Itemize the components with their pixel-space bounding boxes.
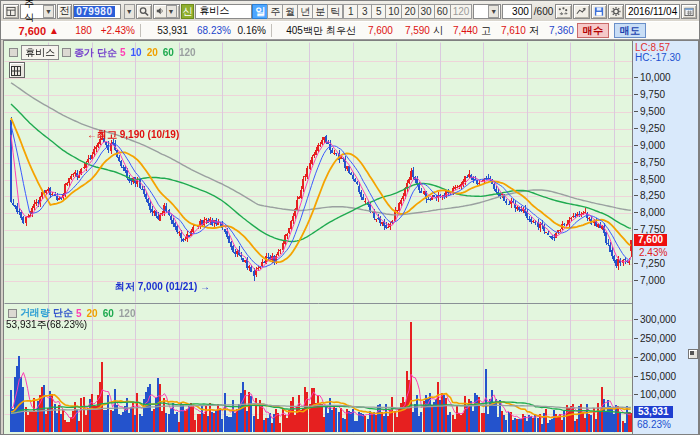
ma-period-60: 60 xyxy=(103,308,114,319)
new-badge: 신 xyxy=(181,4,195,19)
turnover-ratio: 0.16% xyxy=(234,25,266,36)
price-axis[interactable]: LC:8.57 HC:-17.30 7,600 2.43% 53,931 68.… xyxy=(632,41,698,434)
bar-total-label: /600 xyxy=(533,6,554,17)
collapse-box-icon[interactable] xyxy=(62,48,71,57)
volume-axis-button[interactable] xyxy=(688,349,698,359)
search-icon xyxy=(139,6,149,17)
chart-stock-name: 휴비스 xyxy=(21,45,59,60)
price-tick-10000: 10,000 xyxy=(640,72,671,83)
ma-period-20: 20 xyxy=(87,308,98,319)
tab-period-4[interactable]: 분 xyxy=(312,4,328,19)
ma-period-10: 10 xyxy=(131,47,142,58)
high-label: 고 xyxy=(481,24,491,38)
price-volume-canvas[interactable] xyxy=(4,41,632,434)
code-input[interactable]: 079980 xyxy=(73,4,121,19)
ma-period-120: 120 xyxy=(119,308,136,319)
tab-period-3[interactable]: 년 xyxy=(297,4,313,19)
collapse-box-icon[interactable] xyxy=(9,48,18,57)
best-bid: 7,590 xyxy=(396,25,430,36)
toolbar: 주식 ▼ 전 079980 ▼ ▼ 신 휴비스 일주월년분틱 135102030… xyxy=(1,1,699,21)
best-quote-label: 최우선 xyxy=(326,24,356,38)
calendar-button[interactable] xyxy=(681,4,697,19)
collapse-box-icon[interactable] xyxy=(8,309,17,318)
bar-count-input[interactable]: 300 xyxy=(502,4,532,19)
minute-button-20[interactable]: 20 xyxy=(401,4,418,19)
price-tick-9250: 9,250 xyxy=(640,123,665,134)
ma-period-20: 20 xyxy=(147,47,158,58)
grid-tool-icon xyxy=(11,66,21,76)
volume-tick-150000: 150,000 xyxy=(640,371,676,382)
chart-tool-button[interactable] xyxy=(9,62,25,78)
search-button[interactable] xyxy=(136,4,152,19)
volume-tick-300000: 300,000 xyxy=(640,314,676,325)
price-tick-9500: 9,500 xyxy=(640,106,665,117)
price-tick-8000: 8,000 xyxy=(640,207,665,218)
empty-combo[interactable]: ▼ xyxy=(473,4,501,19)
high-price: 7,610 xyxy=(494,25,526,36)
volume-current-readout: 53,931주(68.23%) xyxy=(6,318,87,332)
tab-period-1[interactable]: 주 xyxy=(267,4,283,19)
sound-dropdown-icon[interactable]: ▼ xyxy=(166,5,177,18)
minute-button-3[interactable]: 3 xyxy=(357,4,372,19)
trendline-button[interactable] xyxy=(573,4,590,19)
open-price: 7,440 xyxy=(446,25,478,36)
price-tick-8750: 8,750 xyxy=(640,157,665,168)
info-bar: 7,600 ▲ 180 +2.43% 53,931 68.23% 0.16% 4… xyxy=(1,21,699,40)
bar-spacing-button[interactable] xyxy=(555,4,572,19)
minute-button-10[interactable]: 10 xyxy=(385,4,402,19)
code-value: 079980 xyxy=(74,6,114,17)
price-tick-7750: 7,750 xyxy=(640,224,665,235)
save-button[interactable] xyxy=(591,4,607,19)
minute-button-120[interactable]: 120 xyxy=(450,4,473,19)
minute-button-30[interactable]: 30 xyxy=(418,4,435,19)
amount-value: 405백만 xyxy=(277,24,323,38)
ma-period-list: 5102060120 xyxy=(120,47,201,58)
current-volume-marker: 53,931 xyxy=(634,406,673,418)
stock-name-field[interactable]: 휴비스 xyxy=(195,4,252,19)
settings-button[interactable] xyxy=(608,4,624,19)
current-price-marker: 7,600 xyxy=(634,234,667,246)
sound-button[interactable]: ▼ xyxy=(153,4,180,19)
ma-type-label: 단순 xyxy=(97,46,117,60)
best-ask: 7,600 xyxy=(359,25,393,36)
date-input[interactable]: 2016/11/04 xyxy=(625,4,680,19)
buy-button[interactable]: 매수 xyxy=(577,23,609,38)
volume-tick-200000: 200,000 xyxy=(640,352,676,363)
hc-readout: HC:-17.30 xyxy=(635,52,681,63)
divider xyxy=(271,24,272,37)
volume-ratio: 68.23% xyxy=(191,25,231,36)
price-tick-7250: 7,250 xyxy=(640,258,665,269)
current-price-percent: 2.43% xyxy=(639,247,667,258)
minute-button-60[interactable]: 60 xyxy=(434,4,451,19)
chevron-down-icon[interactable]: ▼ xyxy=(43,5,54,18)
period-low-annotation: 최저 7,000 (01/21) → xyxy=(115,280,210,294)
jun-button[interactable]: 전 xyxy=(57,4,72,19)
trendline-icon xyxy=(576,6,587,17)
volume-ma-period-list: 52060120 xyxy=(76,308,141,319)
sell-button[interactable]: 매도 xyxy=(614,23,646,38)
volume-tick-250000: 250,000 xyxy=(640,333,676,344)
minute-button-5[interactable]: 5 xyxy=(371,4,386,19)
minute-button-1[interactable]: 1 xyxy=(343,4,358,19)
volume-value: 53,931 xyxy=(146,25,188,36)
low-label: 저 xyxy=(529,24,539,38)
up-arrow-icon: ▲ xyxy=(49,25,59,36)
chart-area: 휴비스 종가 단순 5102060120 ←최고 9,190 (10/19) 최… xyxy=(3,40,699,435)
code-dropdown-icon[interactable]: ▼ xyxy=(124,4,135,19)
price-tick-8250: 8,250 xyxy=(640,190,665,201)
calendar-icon xyxy=(684,6,694,17)
period-tabs: 일주월년분틱 xyxy=(253,4,343,19)
gear-icon xyxy=(611,6,621,17)
bar-spacing-icon xyxy=(558,6,569,17)
main-pane-header: 휴비스 종가 단순 5102060120 xyxy=(9,45,201,60)
tab-period-5[interactable]: 틱 xyxy=(327,4,343,19)
ma-period-120: 120 xyxy=(179,47,196,58)
tab-period-2[interactable]: 월 xyxy=(282,4,298,19)
window-icon[interactable] xyxy=(3,4,19,19)
current-volume-percent: 68.23% xyxy=(637,419,671,430)
ma-period-5: 5 xyxy=(76,308,82,319)
asset-type-combo[interactable]: 주식 ▼ xyxy=(20,4,56,19)
divider xyxy=(140,24,141,37)
tab-period-0[interactable]: 일 xyxy=(252,4,268,19)
empty-combo-chevron-icon[interactable]: ▼ xyxy=(488,5,499,18)
